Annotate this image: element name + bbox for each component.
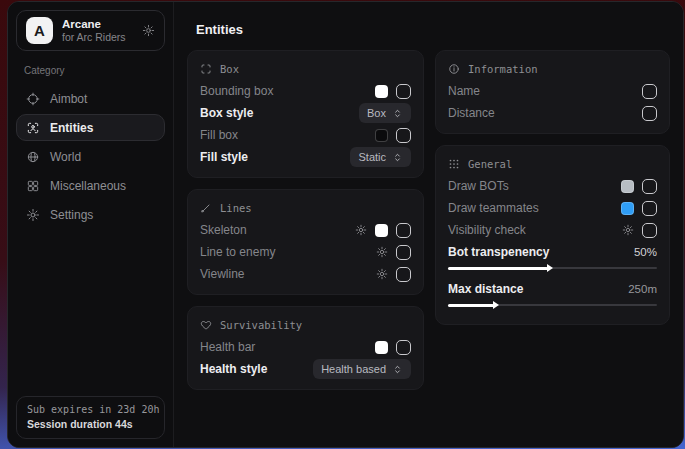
pencil-icon	[200, 202, 212, 214]
setting-row: Visibility check	[448, 219, 657, 241]
sidebar: A Arcane for Arc Riders Category Aimbot …	[8, 2, 174, 447]
section-title: Information	[468, 63, 538, 75]
setting-row: Fill box	[200, 124, 411, 146]
main-content: Entities Box Bounding box	[174, 2, 683, 447]
slider-fill	[448, 267, 548, 270]
skeleton-checkbox[interactable]	[396, 223, 411, 238]
gear-icon	[26, 208, 40, 222]
setting-row: Skeleton	[200, 219, 411, 241]
info-icon	[448, 63, 460, 75]
slider-value: 250m	[628, 283, 657, 295]
bot-transparency-slider[interactable]	[448, 263, 657, 273]
app-subtitle: for Arc Riders	[62, 31, 126, 43]
bounding-box-checkbox[interactable]	[396, 84, 411, 99]
section-title: Lines	[220, 202, 252, 214]
distance-checkbox[interactable]	[642, 106, 657, 121]
sidebar-item-miscellaneous[interactable]: Miscellaneous	[16, 172, 165, 199]
fill-box-checkbox[interactable]	[396, 128, 411, 143]
setting-label: Bot transpenency	[448, 245, 549, 259]
color-swatch[interactable]	[621, 180, 634, 193]
sub-expiry-text: Sub expires in 23d 20h	[27, 404, 154, 415]
globe-icon	[26, 150, 40, 164]
entities-icon	[26, 121, 40, 135]
name-checkbox[interactable]	[642, 84, 657, 99]
section-title: Survivability	[220, 319, 302, 331]
setting-row: Line to enemy	[200, 241, 411, 263]
max-distance-slider[interactable]	[448, 300, 657, 310]
setting-label: Bounding box	[200, 84, 273, 98]
gear-icon[interactable]	[355, 224, 367, 236]
brand-card: A Arcane for Arc Riders	[16, 10, 165, 51]
setting-row: Fill style Static	[200, 146, 411, 168]
sidebar-item-settings[interactable]: Settings	[16, 201, 165, 228]
setting-row: Distance	[448, 102, 657, 124]
slider-thumb[interactable]	[493, 301, 499, 309]
line-to-enemy-checkbox[interactable]	[396, 245, 411, 260]
visibility-check-checkbox[interactable]	[642, 223, 657, 238]
color-swatch[interactable]	[375, 129, 388, 142]
health-bar-checkbox[interactable]	[396, 340, 411, 355]
setting-label: Draw teammates	[448, 201, 539, 215]
color-swatch[interactable]	[375, 85, 388, 98]
section-title: Box	[220, 63, 239, 75]
chevrons-up-down-icon	[392, 108, 403, 119]
setting-label: Line to enemy	[200, 245, 275, 259]
setting-row: Bounding box	[200, 80, 411, 102]
box-style-dropdown[interactable]: Box	[359, 103, 411, 123]
fill-style-dropdown[interactable]: Static	[350, 147, 411, 167]
chevrons-up-down-icon	[392, 364, 403, 375]
general-section: General Draw BOTs Draw teammates	[435, 145, 670, 325]
category-label: Category	[24, 65, 157, 76]
setting-row: Bot transpenency 50%	[448, 241, 657, 263]
setting-row: Draw BOTs	[448, 175, 657, 197]
setting-row: Box style Box	[200, 102, 411, 124]
chevrons-up-down-icon	[392, 152, 403, 163]
draw-bots-checkbox[interactable]	[642, 179, 657, 194]
setting-label: Draw BOTs	[448, 179, 509, 193]
sidebar-item-world[interactable]: World	[16, 143, 165, 170]
gear-icon[interactable]	[376, 246, 388, 258]
gear-icon[interactable]	[142, 24, 155, 37]
color-swatch[interactable]	[621, 202, 634, 215]
setting-label: Viewline	[200, 267, 244, 281]
survivability-section: Survivability Health bar Health style He…	[187, 306, 424, 390]
section-title: General	[468, 158, 512, 170]
setting-label: Max distance	[448, 282, 523, 296]
app-logo: A	[26, 17, 53, 44]
gear-icon[interactable]	[622, 224, 634, 236]
setting-label: Health bar	[200, 340, 255, 354]
sidebar-item-label: World	[50, 150, 81, 164]
session-duration-text: Session duration 44s	[27, 418, 154, 430]
setting-row: Name	[448, 80, 657, 102]
slider-thumb[interactable]	[547, 264, 553, 272]
setting-row: Max distance 250m	[448, 278, 657, 300]
slider-fill	[448, 304, 494, 307]
setting-row: Health style Health based	[200, 358, 411, 380]
sidebar-item-label: Settings	[50, 208, 93, 222]
heart-icon	[200, 319, 212, 331]
gear-icon[interactable]	[376, 268, 388, 280]
color-swatch[interactable]	[375, 341, 388, 354]
dropdown-value: Health based	[321, 363, 386, 375]
sidebar-item-label: Entities	[50, 121, 93, 135]
app-window: A Arcane for Arc Riders Category Aimbot …	[7, 1, 684, 448]
information-section: Information Name Distance	[435, 50, 670, 134]
setting-label: Skeleton	[200, 223, 247, 237]
viewline-checkbox[interactable]	[396, 267, 411, 282]
dropdown-value: Box	[367, 107, 386, 119]
setting-row: Draw teammates	[448, 197, 657, 219]
draw-teammates-checkbox[interactable]	[642, 201, 657, 216]
app-name: Arcane	[62, 18, 126, 30]
lines-section: Lines Skeleton Line to enemy	[187, 189, 424, 295]
setting-label: Health style	[200, 362, 267, 376]
setting-label: Visibility check	[448, 223, 526, 237]
layout-grid-icon	[26, 179, 40, 193]
health-style-dropdown[interactable]: Health based	[313, 359, 411, 379]
color-swatch[interactable]	[375, 224, 388, 237]
subscription-info-card: Sub expires in 23d 20h Session duration …	[16, 396, 165, 439]
slider-track	[448, 267, 657, 269]
sidebar-item-entities[interactable]: Entities	[16, 114, 165, 141]
sidebar-item-label: Miscellaneous	[50, 179, 126, 193]
sidebar-item-aimbot[interactable]: Aimbot	[16, 85, 165, 112]
setting-label: Distance	[448, 106, 495, 120]
